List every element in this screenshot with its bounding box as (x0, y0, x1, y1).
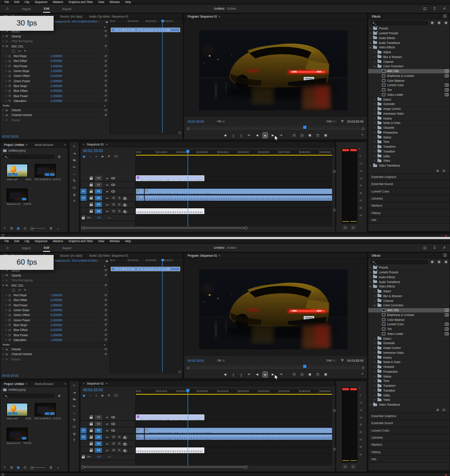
chevron-right-icon[interactable]: › (0, 358, 6, 361)
docked-panel-header[interactable]: Info (368, 456, 450, 463)
source-patch[interactable] (80, 421, 87, 427)
audio-meter-left[interactable] (342, 388, 349, 462)
rectangle-tool[interactable]: ▭ (73, 185, 76, 189)
track-a2[interactable]: A2 ⇄ M S (80, 201, 134, 208)
chevron-icon[interactable] (373, 398, 377, 401)
play-stop-button[interactable]: ■ (263, 372, 268, 377)
sync-lock-icon[interactable]: ⇄ (105, 183, 110, 186)
fx-badge-icon[interactable]: fx (6, 274, 11, 276)
thumbnail-zoom-slider[interactable] (30, 228, 45, 229)
effects-search-input[interactable] (370, 260, 428, 264)
selection-tool[interactable]: ↖ (73, 145, 76, 149)
program-timecode[interactable]: 00:02:33:03 (188, 359, 204, 362)
track-a1[interactable]: A1 A1 ⇄ M S (80, 195, 134, 201)
lock-icon[interactable] (90, 178, 93, 180)
reset-icon[interactable]: ↺ (104, 303, 107, 307)
track-a3-content[interactable]: FILV & KEAN DYSSO - All The Good Girls G… (136, 208, 332, 214)
project-item-sequence[interactable]: Sequence 013:53:09 (7, 189, 34, 205)
source-patch[interactable] (80, 208, 87, 214)
export-frame-button[interactable]: ▣ (308, 133, 312, 138)
stopwatch-icon[interactable]: ◷ (8, 303, 14, 307)
lift-button[interactable]: ◳ (292, 372, 297, 377)
menu-item[interactable]: Sequence (32, 239, 50, 243)
parameter-value[interactable]: 1,000000 (51, 323, 62, 327)
chevron-icon[interactable] (373, 98, 377, 101)
effects-tree-item[interactable]: Color Correction (368, 64, 450, 69)
clip-v1-head[interactable] (136, 428, 144, 433)
track-v1-content[interactable]: FILV & KEAN DYSSO - All The Good Girls G… (136, 427, 332, 434)
icon-view-icon[interactable]: ▦ (17, 227, 20, 230)
chevron-icon[interactable] (368, 266, 372, 269)
effects-tree-item[interactable]: Noise & Grain (368, 121, 450, 126)
track-target-label[interactable]: A1 (95, 435, 102, 440)
parameter-value[interactable]: 1,000000 (51, 319, 62, 322)
thumbnail-balloon-video[interactable] (7, 403, 28, 416)
quick-export-icon[interactable]: ↥ (433, 7, 436, 11)
clip-a3-selected[interactable]: FILV & KEAN DYSSO - All The Good Girls G… (136, 447, 204, 453)
chevron-right-icon[interactable]: › (0, 274, 6, 277)
chevron-down-icon[interactable]: ∨ (57, 466, 59, 469)
solo-button[interactable]: S (117, 203, 121, 207)
type-tool[interactable]: T (73, 438, 76, 442)
effects-tree-item[interactable]: Keying (368, 355, 450, 360)
track-a3[interactable]: A3 ⇄ M S (80, 447, 134, 454)
timeline-settings-icon[interactable]: ⚒ (107, 155, 110, 158)
timeline-ruler[interactable]: 00:0000:01:00:0000:02:00:0000:03:00:0000… (136, 389, 332, 394)
solo-button[interactable]: S (117, 196, 121, 200)
mix-track-header[interactable]: Mix 0,0 ⊣⊢ (80, 214, 134, 221)
scrollbar-handle[interactable] (178, 371, 181, 373)
clip-indicator[interactable] (350, 388, 357, 390)
rect-mask-icon[interactable]: ▭ (18, 288, 21, 292)
docked-panel-header[interactable]: Libraries (368, 195, 450, 202)
effect-row[interactable]: › fx Panner ↺ (0, 357, 109, 362)
solo-right-button[interactable]: S (351, 225, 356, 229)
ellipse-mask-icon[interactable]: ◯ (12, 288, 15, 292)
effects-tree-item[interactable]: Distort (368, 97, 450, 102)
voiceover-record-icon[interactable] (124, 436, 126, 438)
toggle-track-output-icon[interactable] (111, 177, 115, 179)
reset-icon[interactable]: ↺ (104, 348, 107, 351)
reset-icon[interactable]: ↺ (104, 323, 107, 327)
chevron-right-icon[interactable]: › (0, 35, 6, 38)
sync-lock-icon[interactable]: ⇄ (105, 436, 110, 439)
stopwatch-icon[interactable]: ◷ (8, 99, 14, 102)
effect-row-asc-cdl[interactable]: ∨ fx ASC CDL ↺ (0, 44, 109, 49)
track-v2-content[interactable] (136, 182, 332, 188)
toggle-track-output-icon[interactable] (111, 416, 115, 418)
lock-icon[interactable] (90, 417, 93, 419)
mute-button[interactable]: M (112, 435, 116, 439)
lock-icon[interactable] (90, 450, 93, 452)
chevron-icon[interactable] (368, 280, 372, 283)
sync-lock-icon[interactable]: ⇄ (105, 210, 110, 213)
effects-tree-item[interactable]: Distort (368, 336, 450, 341)
effects-tree-item[interactable]: ASC CDL (368, 69, 450, 74)
scrollbar-handle[interactable] (178, 131, 181, 134)
scrollbar-right-handle[interactable] (244, 465, 247, 469)
chevron-icon[interactable] (373, 290, 377, 293)
panel-menu-icon[interactable]: ≡ (219, 254, 221, 257)
sync-lock-icon[interactable]: ⇄ (105, 429, 110, 432)
chevron-icon[interactable] (373, 304, 377, 307)
effect-row[interactable]: › fx Channel Volume ↺ (0, 352, 109, 357)
settings-wrench-icon[interactable]: ⚒ (341, 120, 344, 123)
scrubber-right-handle[interactable] (362, 367, 364, 369)
parameter-value[interactable]: 1,000000 (51, 80, 62, 83)
reset-icon[interactable]: ↺ (104, 313, 107, 317)
ellipse-mask-icon[interactable]: ◯ (12, 49, 15, 53)
panel-menu-icon[interactable]: ≡ (219, 15, 221, 18)
mute-button[interactable]: M (112, 203, 116, 207)
timeline-timecode[interactable]: 00:02:33:03 (83, 149, 103, 153)
timeline-horizontal-scrollbar[interactable] (82, 466, 332, 469)
scrubber-playhead[interactable] (303, 126, 306, 129)
chevron-right-icon[interactable]: › (4, 69, 8, 73)
solo-right-button[interactable]: S (351, 465, 356, 469)
zoom-level-select[interactable]: Fit∨ (215, 119, 227, 124)
go-to-in-button[interactable]: ⇤ (247, 372, 252, 377)
fullscreen-icon[interactable]: ⇗ (443, 7, 446, 11)
project-item-music-video[interactable]: FILV & KEAN D...3:23:22 (35, 403, 62, 420)
sync-lock-icon[interactable]: ⇄ (105, 190, 110, 193)
voiceover-record-icon[interactable] (124, 210, 126, 212)
pen-tool[interactable]: ✎ (73, 179, 76, 183)
chevron-icon[interactable] (373, 102, 377, 105)
track-target-label[interactable]: A2 (95, 202, 102, 207)
